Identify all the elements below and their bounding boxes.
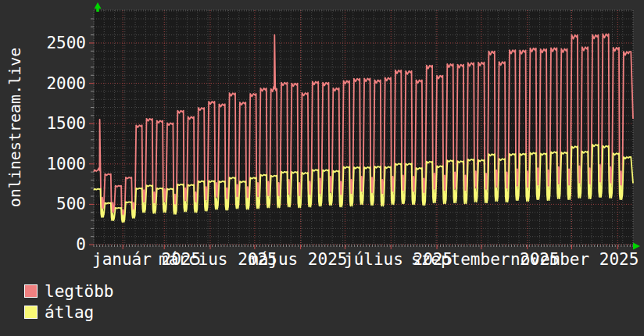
atlag-label: átlag (45, 305, 94, 321)
legend: legtöbb átlag most: 761 átlag: 840 max: … (0, 280, 644, 336)
graph-panel: onlinestream.live 05001000150020002500 j… (0, 0, 644, 336)
x-axis-arrow-icon (633, 243, 640, 250)
legtobb-color-swatch (24, 284, 38, 298)
atlag-color-swatch (24, 306, 38, 319)
legtobb-label: legtöbb (45, 284, 114, 300)
